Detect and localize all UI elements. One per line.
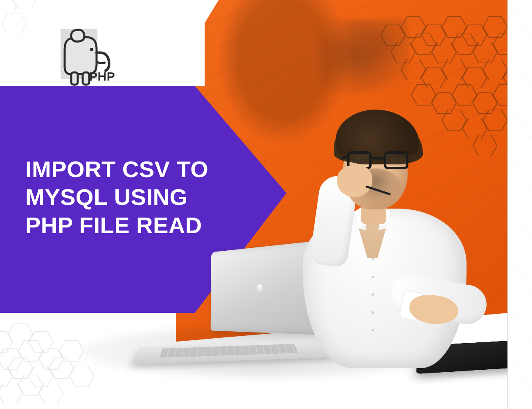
person-illustration [270,106,483,368]
banner-graphic: IMPORT CSV TO MYSQL USING PHP FILE READ … [0,0,532,409]
svg-rect-2 [71,72,78,85]
svg-rect-3 [83,72,89,85]
hexagon-pattern-top-left [0,0,53,45]
svg-point-1 [90,48,93,51]
php-logo-label: PHP [89,70,115,83]
headline-text: IMPORT CSV TO MYSQL USING PHP FILE READ [25,155,238,239]
hexagon-pattern-bottom-left [0,315,94,409]
right-gutter [507,0,532,409]
